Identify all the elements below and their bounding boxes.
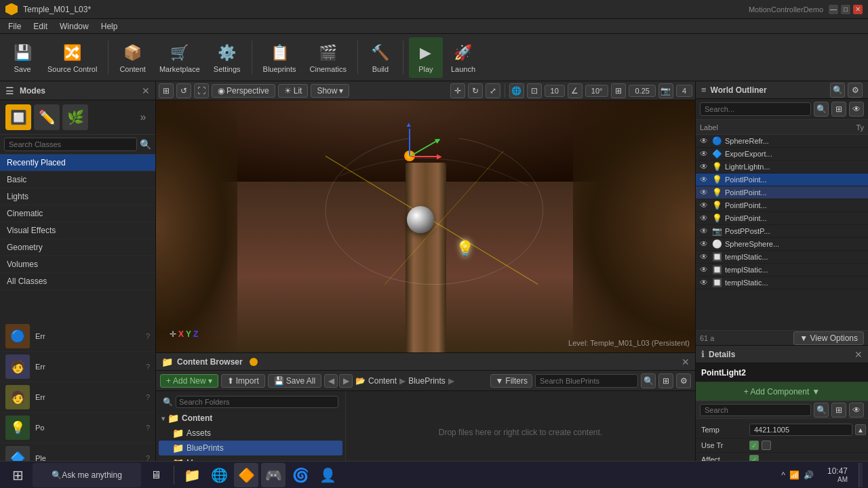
camera-speed[interactable]: 📷 [658,83,673,98]
mode-foliage-button[interactable]: 🌿 [62,104,88,130]
scale-snap[interactable]: 0.25 [629,85,655,97]
outliner-search-input[interactable] [700,102,811,116]
outliner-item[interactable]: 👁 🔲 templStatic... [696,264,868,277]
content-browser-close[interactable]: ✕ [682,357,690,367]
eye-icon[interactable]: 👁 [700,226,709,236]
outliner-item[interactable]: 👁 🔵 SphereRefr... [696,135,868,148]
folder-search-input[interactable] [176,396,338,408]
lit-button[interactable]: ☀ Lit [278,84,309,98]
play-button[interactable]: ▶ Play [409,37,443,78]
eye-icon[interactable]: 👁 [700,265,709,274]
nav-forward-button[interactable]: ▶ [339,374,353,388]
outliner-item[interactable]: 👁 💡 PointlPoint... [696,212,868,225]
taskbar-app2[interactable]: 👤 [315,463,340,487]
eye-icon[interactable]: 👁 [700,201,709,210]
surface-snap[interactable]: ⊡ [527,83,542,98]
taskbar-epic[interactable]: 🔶 [234,463,258,487]
item-help-2[interactable]: ? [146,363,150,371]
vp-grid-icon[interactable]: ⊞ [159,83,174,98]
outliner-item[interactable]: 👁 💡 LightrLightn... [696,161,868,174]
menu-window[interactable]: Window [54,20,94,33]
eye-icon[interactable]: 👁 [700,278,709,287]
prop-spin-up-temp[interactable]: ▲ [855,424,866,435]
folder-assets[interactable]: 📁 Assets [159,426,342,441]
details-search-icon[interactable]: 🔍 [814,403,829,418]
translate-tool[interactable]: ✛ [450,83,465,98]
show-desktop-button[interactable] [859,463,863,487]
menu-file[interactable]: File [3,20,26,33]
content-button[interactable]: 📦 Content [114,37,151,78]
content-settings-button[interactable]: ⚙ [676,373,691,388]
grid-size[interactable]: 10 [545,85,565,97]
rotation-snap[interactable]: 10° [585,85,609,97]
taskview-button[interactable]: 🖥 [144,463,168,487]
item-help-3[interactable]: ? [146,393,150,401]
nav-back-button[interactable]: ◀ [324,374,338,388]
mode-place-button[interactable]: 🔲 [5,104,31,130]
category-volumes[interactable]: Volumes [0,256,155,273]
outliner-expand-all[interactable]: 👁 [849,102,864,117]
outliner-item[interactable]: 👁 💡 PointlPoint... [696,186,868,199]
outliner-view-options-button[interactable]: ▼ View Options [793,331,864,345]
menu-help[interactable]: Help [96,20,123,33]
eye-icon[interactable]: 👁 [700,149,709,159]
perspective-button[interactable]: ◉ Perspective [212,84,275,98]
eye-icon[interactable]: 👁 [700,239,709,249]
outliner-item[interactable]: 👁 📷 PostPPostP... [696,225,868,238]
category-basic[interactable]: Basic [0,171,155,188]
outliner-item[interactable]: 👁 💡 PointlPoint... [696,174,868,186]
scale-tool[interactable]: ⤢ [486,83,500,98]
eye-icon[interactable]: 👁 [700,252,709,262]
outliner-item[interactable]: 👁 💡 PointlPoint... [696,199,868,212]
settings-button[interactable]: ⚙️ Settings [208,37,246,78]
taskbar-app1[interactable]: 🌀 [288,463,313,487]
network-icon[interactable]: 📶 [789,470,800,480]
list-item[interactable]: 🧑 Err ? [0,382,155,413]
outliner-item[interactable]: 👁 ⚪ SphereSphere... [696,238,868,251]
outliner-item[interactable]: 👁 🔲 templStatic... [696,251,868,264]
minimize-button[interactable]: — [829,5,838,14]
marketplace-button[interactable]: 🛒 Marketplace [154,37,205,78]
mode-expand-button[interactable]: » [136,110,150,124]
content-search-button[interactable]: 🔍 [641,373,656,388]
build-button[interactable]: 🔨 Build [363,37,397,78]
taskbar-chrome[interactable]: 🌐 [207,463,231,487]
category-recently-placed[interactable]: Recently Placed [0,155,155,171]
modes-close[interactable]: ✕ [142,85,150,96]
taskbar-ue4[interactable]: 🎮 [261,463,285,487]
details-search-input[interactable] [700,404,811,416]
volume-icon[interactable]: 🔊 [804,470,814,480]
add-new-button[interactable]: + Add New ▾ [160,374,218,388]
prop-input-temp[interactable] [749,424,852,436]
category-all-classes[interactable]: All Classes [0,273,155,290]
rotation-snap-icon[interactable]: ∠ [568,83,583,98]
details-name-input[interactable] [701,368,863,378]
details-close[interactable]: ✕ [854,349,863,360]
vp-refresh-icon[interactable]: ↺ [176,83,191,98]
taskbar-explorer[interactable]: 📁 [180,463,204,487]
filters-button[interactable]: ▼ Filters [490,374,532,388]
add-component-button[interactable]: + Add Component ▼ [696,382,868,401]
eye-icon[interactable]: 👁 [700,214,709,223]
launch-button[interactable]: 🚀 Launch [446,37,481,78]
rotate-tool[interactable]: ↻ [468,83,483,98]
source-control-button[interactable]: 🔀 Source Control [42,37,102,78]
mode-paint-button[interactable]: ✏️ [34,104,60,130]
save-all-button[interactable]: 💾 Save All [268,374,321,388]
show-button[interactable]: Show ▾ [311,84,349,98]
search-classes-icon[interactable]: 🔍 [140,139,151,150]
folder-content[interactable]: ▾ 📁 Content [159,411,342,426]
search-classes-input[interactable] [4,138,137,151]
taskbar-clock[interactable]: 10:47 AM [822,466,853,483]
maximize-button[interactable]: □ [841,5,850,14]
search-button[interactable]: 🔍 Ask me anything [33,463,141,487]
cinematics-button[interactable]: 🎬 Cinematics [304,37,352,78]
expand-icon[interactable]: ^ [781,470,785,480]
category-visual-effects[interactable]: Visual Effects [0,222,155,239]
outliner-search-btn[interactable]: 🔍 [830,83,845,98]
content-view-button[interactable]: ⊞ [658,373,673,388]
details-view-toggle[interactable]: ⊞ [831,403,846,418]
outliner-settings-btn[interactable]: ⚙ [848,83,863,98]
prop-checkbox-use-tr-2[interactable] [762,441,771,450]
viewport[interactable]: 💡 ✛ X Y Z Level: Temple_M01_L03 (Persist… [156,100,695,352]
